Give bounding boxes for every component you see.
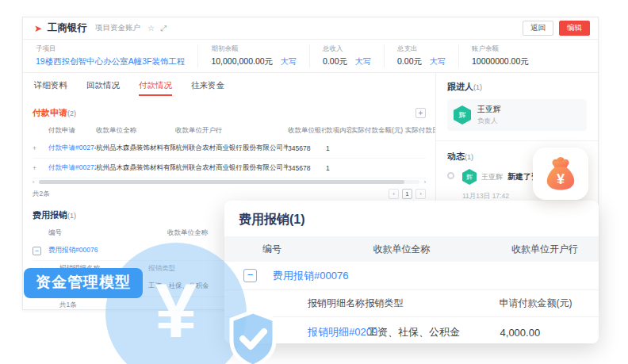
followers-title: 跟进人(1) <box>447 81 587 93</box>
field-value: 10000000.00元 <box>472 56 529 67</box>
field-value: 10,000,000.00元大写 <box>211 56 297 67</box>
next-page-button[interactable]: › <box>415 189 426 199</box>
follower-card[interactable]: 辉 王亚辉 负责人 <box>447 99 587 131</box>
avatar: 辉 <box>454 105 471 125</box>
page-title: 工商银行 <box>48 21 87 35</box>
overlay-title: 费用报销(1) <box>224 201 599 236</box>
svg-text:¥: ¥ <box>557 171 565 187</box>
page-number[interactable]: 1 <box>402 189 412 199</box>
caps-link[interactable]: 大写 <box>355 57 371 66</box>
star-icon[interactable]: ☆ <box>147 24 155 33</box>
field-label: 期初余额 <box>211 44 297 54</box>
col-header: 付款申请 <box>48 126 96 136</box>
avatar: 辉 <box>462 169 477 185</box>
col-header: 款项内容 <box>326 126 351 136</box>
expand-row-icon[interactable]: + <box>33 144 48 152</box>
caption-badge: 资金管理模型 <box>24 268 143 298</box>
col-header: 收款单位开户行 <box>511 243 599 256</box>
titlebar: ➤ 工商银行 项目资金账户 ☆ ⤢ 返回 编辑 <box>23 17 598 40</box>
scrollbar-track[interactable] <box>39 180 419 184</box>
scroll-left-icon[interactable]: ‹ <box>33 179 39 185</box>
shield-check-icon <box>227 308 279 364</box>
scrollbar-thumb[interactable] <box>39 180 404 184</box>
account-cell: 345678 <box>288 164 326 172</box>
prev-page-button[interactable]: ‹ <box>389 189 399 199</box>
table-row: + 付款申请#00272 杭州品木森鼎装饰材料有限公司 杭州联合农村商业银行股份… <box>33 159 426 178</box>
fullscreen-icon[interactable]: ⤢ <box>160 24 167 33</box>
field-label: 总支出 <box>397 44 446 54</box>
col-header: 收款单位银行帐号 <box>288 126 326 136</box>
payment-link[interactable]: 付款申请#00272 <box>48 163 96 173</box>
payee-cell: 杭州品木森鼎装饰材料有限公司 <box>96 163 175 173</box>
amount-cell: 4,000.00 <box>500 327 599 339</box>
field-label: 账户余额 <box>472 44 529 54</box>
expense-zoom-panel: 费用报销(1) 编号 收款单位全称 收款单位开户行 − 费用报销#00076 报… <box>224 201 599 343</box>
subproject-link[interactable]: 19楼西投创智中心办公室A幢3F装饰工程 <box>36 56 185 67</box>
bank-cell: 杭州联合农村商业银行股份有限公司半山支行 <box>175 144 288 153</box>
bank-logo-icon: ➤ <box>34 23 42 34</box>
scroll-right-icon[interactable]: › <box>419 179 426 185</box>
payment-request-section-header: 付款申请(2) + <box>33 105 426 123</box>
caps-link[interactable]: 大写 <box>281 57 297 66</box>
overlay-subtable-header: 报销明细名称 报销类型 申请付款金额(元) <box>224 290 599 317</box>
edit-button[interactable]: 编辑 <box>559 21 590 36</box>
col-header: 实际付款日期 <box>405 126 436 136</box>
collapse-row-icon[interactable]: − <box>243 269 257 282</box>
col-header: 报销类型 <box>365 297 499 310</box>
field-value: 0.00元大写 <box>397 56 446 67</box>
pagination: ‹ 1 › <box>389 189 426 199</box>
summary-bar: 子项目 19楼西投创智中心办公室A幢3F装饰工程 期初余额 10,000,000… <box>23 40 598 73</box>
section-title: 付款申请(2) <box>33 107 76 119</box>
overlay-expense-row: − 费用报销#00076 <box>224 262 599 290</box>
tab-payments[interactable]: 付款情况 <box>139 80 172 96</box>
tab-transactions[interactable]: 往来资金 <box>191 80 224 96</box>
breadcrumb: 项目资金账户 <box>95 23 140 33</box>
col-header: 编号 <box>48 228 167 238</box>
field-label: 总收入 <box>323 44 371 54</box>
yen-icon: ¥ <box>155 273 197 349</box>
section-title: 费用报销(1) <box>33 209 76 221</box>
payment-link[interactable]: 付款申请#00274 <box>48 144 96 153</box>
horizontal-scrollbar[interactable]: ‹ › <box>33 179 426 185</box>
money-bag-icon: ¥ <box>542 155 579 192</box>
collapse-row-icon[interactable]: − <box>33 247 41 255</box>
follower-role: 负责人 <box>477 117 501 126</box>
col-header: 申请付款金额(元) <box>499 297 599 310</box>
back-button[interactable]: 返回 <box>523 21 553 36</box>
screen: ➤ 工商银行 项目资金账户 ☆ ⤢ 返回 编辑 子项目 19楼西投创智中心办公室… <box>0 0 628 364</box>
col-header: 实际付款金额(元) <box>351 126 405 136</box>
field-opening-balance: 期初余额 10,000,000.00元大写 <box>198 44 310 67</box>
timeline-dot-icon <box>447 172 454 179</box>
overlay-header-row: 编号 收款单位全称 收款单位开户行 <box>224 236 599 262</box>
field-total-income: 总收入 0.00元大写 <box>310 44 385 67</box>
table-row: + 付款申请#00274 杭州品木森鼎装饰材料有限公司 杭州联合农村商业银行股份… <box>33 139 426 159</box>
bank-cell: 杭州联合农村商业银行股份有限公司半山支行 <box>175 163 288 173</box>
money-bag-card: ¥ <box>533 148 588 200</box>
add-payment-button[interactable]: + <box>415 108 426 118</box>
expense-link[interactable]: 费用报销#00076 <box>273 269 348 283</box>
field-total-expense: 总支出 0.00元大写 <box>385 44 459 67</box>
expand-row-icon[interactable]: + <box>33 164 48 172</box>
payee-cell: 杭州品木森鼎装饰材料有限公司 <box>96 144 175 153</box>
account-cell: 345678 <box>288 144 326 152</box>
field-account-balance: 账户余额 10000000.00元 <box>459 44 542 67</box>
follower-name: 王亚辉 <box>477 104 501 115</box>
field-value: 0.00元大写 <box>323 56 371 67</box>
divider <box>436 140 598 141</box>
total-count: 共2条 <box>33 190 50 199</box>
tab-basic-info[interactable]: 详细资料 <box>34 80 67 96</box>
caps-link[interactable]: 大写 <box>430 57 446 66</box>
payment-request-table: 付款申请 收款单位全称 收款单位开户行 收款单位银行帐号 款项内容 实际付款金额… <box>33 123 426 178</box>
tab-receipts[interactable]: 回款情况 <box>86 80 120 96</box>
col-header: 编号 <box>224 243 373 256</box>
tab-bar: 详细资料 回款情况 付款情况 往来资金 <box>33 73 426 102</box>
table-header-row: 付款申请 收款单位全称 收款单位开户行 收款单位银行帐号 款项内容 实际付款金额… <box>33 123 426 139</box>
content-cell: 1 <box>326 164 351 172</box>
overlay-subtable-row: 报销明细#0209 工资、社保、公积金 4,000.00 <box>224 317 599 343</box>
col-header: 收款单位全称 <box>373 243 511 256</box>
col-header: 收款单位开户行 <box>175 126 288 136</box>
field-subproject: 子项目 19楼西投创智中心办公室A幢3F装饰工程 <box>23 44 198 67</box>
field-label: 子项目 <box>36 44 185 54</box>
activity-user[interactable]: 王亚辉 <box>481 172 503 182</box>
col-header: 收款单位全称 <box>96 126 175 136</box>
